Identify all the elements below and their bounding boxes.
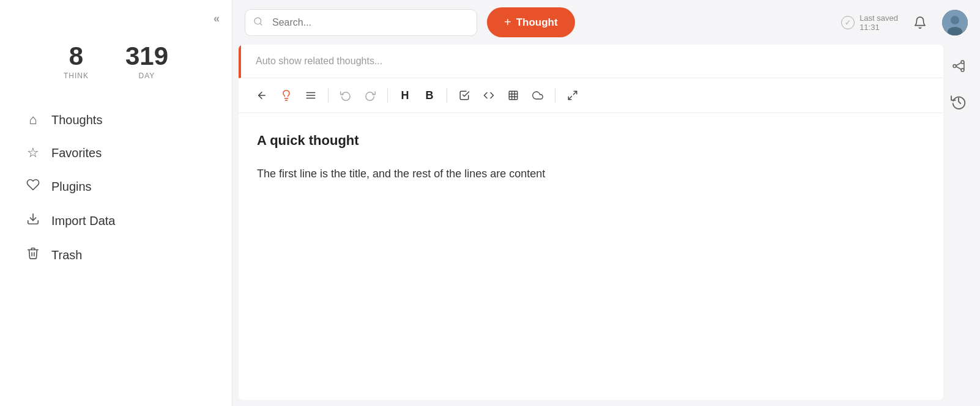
last-saved-time: 11:31	[859, 23, 898, 32]
nav-menu: ⌂ Thoughts ☆ Favorites Plugins I	[0, 98, 232, 277]
svg-line-17	[574, 91, 577, 94]
bold-icon: B	[426, 89, 434, 102]
editor-area: Auto show related thoughts...	[239, 45, 943, 400]
toolbar-divider-1	[328, 88, 329, 103]
main-area: + Thought ✓ Last saved 11:31	[232, 0, 980, 406]
favorites-label: Favorites	[51, 146, 102, 160]
add-thought-button[interactable]: + Thought	[487, 7, 575, 37]
editor-body: The first line is the title, and the res…	[257, 165, 925, 183]
editor-toolbar: H B	[239, 78, 943, 113]
sidebar-item-thoughts[interactable]: ⌂ Thoughts	[6, 105, 226, 135]
svg-line-22	[956, 63, 961, 65]
svg-line-2	[260, 23, 262, 25]
back-button[interactable]	[251, 84, 273, 106]
sidebar-item-plugins[interactable]: Plugins	[6, 171, 226, 202]
add-thought-label: Thought	[516, 17, 558, 29]
history-button[interactable]	[947, 90, 970, 113]
svg-point-4	[951, 16, 959, 24]
notification-button[interactable]	[908, 10, 932, 35]
related-thoughts-bar: Auto show related thoughts...	[239, 45, 943, 78]
heading-icon: H	[401, 89, 409, 102]
think-label: THINK	[64, 72, 89, 80]
right-sidebar	[943, 45, 974, 400]
day-stat: 319 DAY	[125, 43, 168, 80]
sidebar-item-trash[interactable]: Trash	[6, 239, 226, 271]
cloud-button[interactable]	[527, 84, 549, 106]
heading-button[interactable]: H	[394, 84, 416, 106]
think-count: 8	[64, 43, 89, 69]
sidebar-item-favorites[interactable]: ☆ Favorites	[6, 138, 226, 168]
avatar[interactable]	[942, 10, 968, 35]
undo-button[interactable]	[335, 84, 357, 106]
trash-label: Trash	[51, 248, 82, 262]
plugin-icon	[24, 178, 42, 195]
think-stat: 8 THINK	[64, 43, 89, 80]
toolbar-divider-2	[387, 88, 388, 103]
align-button[interactable]	[300, 84, 322, 106]
toolbar-divider-3	[447, 88, 447, 103]
table-button[interactable]	[502, 84, 524, 106]
stats-row: 8 THINK 319 DAY	[0, 37, 232, 98]
top-bar: + Thought ✓ Last saved 11:31	[232, 0, 980, 45]
toolbar-divider-4	[555, 88, 555, 103]
svg-line-18	[568, 97, 571, 100]
search-icon	[253, 17, 263, 29]
search-input[interactable]	[245, 9, 477, 36]
related-thoughts-text: Auto show related thoughts...	[256, 56, 382, 67]
home-icon: ⌂	[24, 112, 42, 128]
collapse-icon[interactable]: «	[213, 12, 220, 25]
content-wrapper: Auto show related thoughts...	[239, 45, 974, 400]
plus-icon: +	[504, 15, 511, 29]
bold-button[interactable]: B	[418, 84, 440, 106]
day-count: 319	[125, 43, 168, 69]
star-icon: ☆	[24, 145, 42, 161]
svg-line-23	[956, 67, 961, 69]
day-label: DAY	[125, 72, 168, 80]
graph-button[interactable]	[947, 54, 970, 78]
search-container	[245, 9, 477, 36]
saved-check-icon: ✓	[841, 16, 855, 29]
editor-content[interactable]: A quick thought The first line is the ti…	[239, 113, 943, 400]
plugins-label: Plugins	[51, 180, 92, 194]
sidebar: « 8 THINK 319 DAY ⌂ Thoughts ☆ Favorites…	[0, 0, 232, 406]
trash-icon	[24, 246, 42, 264]
collapse-button-area: «	[0, 12, 232, 37]
import-icon	[24, 212, 42, 229]
last-saved-area: ✓ Last saved 11:31	[841, 13, 898, 32]
last-saved-label: Last saved	[859, 13, 898, 23]
sidebar-item-import-data[interactable]: Import Data	[6, 205, 226, 237]
svg-rect-12	[509, 91, 518, 100]
redo-button[interactable]	[359, 84, 381, 106]
last-saved-info: Last saved 11:31	[859, 13, 898, 32]
editor-title: A quick thought	[257, 131, 925, 150]
import-data-label: Import Data	[51, 214, 115, 228]
code-button[interactable]	[478, 84, 500, 106]
svg-point-19	[953, 65, 956, 68]
checkbox-button[interactable]	[453, 84, 475, 106]
expand-button[interactable]	[562, 84, 584, 106]
bulb-button[interactable]	[275, 84, 297, 106]
thoughts-label: Thoughts	[51, 113, 102, 127]
